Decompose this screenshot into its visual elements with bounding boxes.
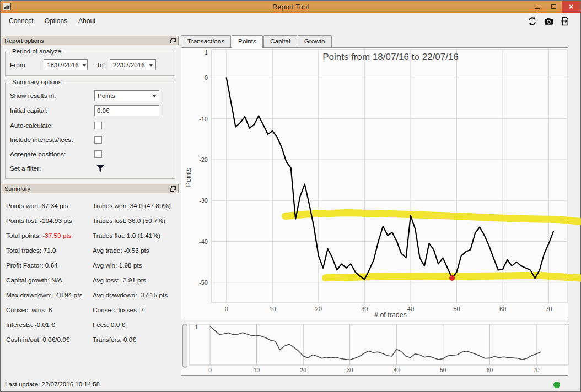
svg-text:-40: -40 xyxy=(199,238,208,245)
svg-text:20: 20 xyxy=(300,367,307,373)
to-label: To: xyxy=(96,61,110,69)
summary-stat: Cash in/out: 0.0€/0.0€ xyxy=(6,336,93,344)
set-filter-label: Set a filter: xyxy=(10,165,94,172)
camera-icon[interactable] xyxy=(544,17,553,26)
svg-text:0: 0 xyxy=(208,367,212,373)
summary-stat: Trades lost: 36.0 (50.7%) xyxy=(93,217,165,225)
export-icon[interactable] xyxy=(561,17,570,26)
to-date-select[interactable]: 22/07/2016 xyxy=(110,59,156,70)
chevron-down-icon xyxy=(149,95,157,97)
svg-text:50: 50 xyxy=(440,367,446,373)
summary-title: Summary xyxy=(4,186,30,192)
svg-text:-50: -50 xyxy=(199,279,208,286)
y-axis-title: Points xyxy=(185,165,192,189)
tab-points[interactable]: Points xyxy=(232,35,263,48)
agregate-positions-label: Agregate positions: xyxy=(10,150,94,158)
overview-chart-card: 0102030405060701 xyxy=(181,322,568,376)
include-interests-label: Include interests/fees: xyxy=(10,136,94,144)
summary-stat: Fees: 0.0 € xyxy=(93,321,125,329)
include-interests-checkbox[interactable] xyxy=(94,136,102,144)
svg-text:-20: -20 xyxy=(199,156,208,163)
range-scrollbar[interactable] xyxy=(182,324,187,368)
summary-stat: Max drawdown: -48.94 pts xyxy=(6,291,93,299)
summary-stat: Trades flat: 1.0 (1.41%) xyxy=(93,232,160,239)
svg-text:-10: -10 xyxy=(199,116,208,122)
summary-stat: Capital growth: N/A xyxy=(6,276,93,284)
summary-options-groupbox: Summary options Show results in: Points … xyxy=(5,83,175,179)
window-title: Report Tool xyxy=(1,3,580,11)
tab-growth[interactable]: Growth xyxy=(298,35,332,47)
summary-row: Profit Factor: 0.64Avg win: 1.98 pts xyxy=(6,262,179,269)
summary-stat: Avg loss: -2.91 pts xyxy=(93,276,146,284)
initial-capital-label: Initial capital: xyxy=(10,107,94,115)
chart-tabs: Transactions Points Capital Growth xyxy=(181,36,580,47)
summary-stat: Interests: -0.01 € xyxy=(6,321,93,329)
summary-stat: Transfers: 0.0€ xyxy=(93,336,136,344)
summary-stat: Profit Factor: 0.64 xyxy=(6,262,93,269)
menu-about[interactable]: About xyxy=(73,15,101,27)
x-axis-title: # of trades xyxy=(213,311,568,319)
menu-bar: Connect Options About xyxy=(1,13,580,29)
to-date-value: 22/07/2016 xyxy=(113,62,145,68)
chart-panel: Transactions Points Capital Growth Point… xyxy=(180,36,580,391)
chevron-down-icon xyxy=(146,64,153,67)
initial-capital-input[interactable]: 0.0€ xyxy=(94,105,159,116)
summary-row: Total trades: 71.0Avg trade: -0.53 pts xyxy=(6,247,179,254)
summary-row: Total points: -37.59 ptsTrades flat: 1.0… xyxy=(6,232,179,239)
svg-text:30: 30 xyxy=(347,367,353,373)
summary-stat: Points won: 67.34 pts xyxy=(6,202,93,210)
overview-line-chart[interactable]: 0102030405060701 xyxy=(181,322,569,377)
filter-icon[interactable] xyxy=(96,164,105,173)
summary-stats: Points won: 67.34 ptsTrades won: 34.0 (4… xyxy=(2,193,179,344)
summary-stat: Points lost: -104.93 pts xyxy=(6,217,93,225)
svg-text:60: 60 xyxy=(487,367,493,373)
report-options-header: Report options xyxy=(2,36,179,45)
title-bar: Report Tool × xyxy=(1,1,580,13)
show-results-label: Show results in: xyxy=(10,92,94,100)
summary-row: Max drawdown: -48.94 ptsAvg drawdown: -3… xyxy=(6,291,179,299)
summary-stat: Trades won: 34.0 (47.89%) xyxy=(93,202,171,210)
period-groupbox: Period of analyze From: 18/07/2016 To: 2… xyxy=(5,52,175,76)
svg-text:1: 1 xyxy=(195,324,198,330)
period-group-title: Period of analyze xyxy=(10,48,63,55)
summary-stat: Total points: -37.59 pts xyxy=(6,232,93,239)
tab-capital[interactable]: Capital xyxy=(263,35,297,47)
dock-icon[interactable] xyxy=(170,38,176,43)
auto-calculate-checkbox[interactable] xyxy=(94,122,102,129)
svg-text:70: 70 xyxy=(533,367,540,373)
svg-text:40: 40 xyxy=(394,367,400,373)
maximize-icon xyxy=(551,4,556,9)
auto-calculate-label: Auto-calculate: xyxy=(10,122,94,129)
close-button[interactable]: × xyxy=(562,1,580,13)
agregate-positions-checkbox[interactable] xyxy=(94,150,102,158)
summary-row: Points won: 67.34 ptsTrades won: 34.0 (4… xyxy=(6,202,179,210)
summary-stat: Consec. wins: 8 xyxy=(6,306,93,314)
tab-transactions[interactable]: Transactions xyxy=(181,35,231,47)
from-date-select[interactable]: 18/07/2016 xyxy=(44,59,88,70)
minimize-icon xyxy=(535,8,540,9)
summary-stat: Avg win: 1.98 pts xyxy=(93,262,142,269)
from-label: From: xyxy=(10,61,44,69)
maximize-button[interactable] xyxy=(545,1,562,13)
svg-text:0: 0 xyxy=(205,74,208,81)
menu-options[interactable]: Options xyxy=(39,15,73,27)
show-results-select[interactable]: Points xyxy=(94,90,159,101)
refresh-icon[interactable] xyxy=(528,17,537,26)
summary-row: Cash in/out: 0.0€/0.0€Transfers: 0.0€ xyxy=(6,336,179,344)
summary-row: Capital growth: N/AAvg loss: -2.91 pts xyxy=(6,276,179,284)
dock-icon[interactable] xyxy=(170,186,176,192)
points-chart-card: Points from 18/07/16 to 22/07/16 Points … xyxy=(181,47,568,320)
text-caret xyxy=(110,107,110,115)
minimize-button[interactable] xyxy=(529,1,545,13)
status-indicator xyxy=(553,382,560,388)
from-date-value: 18/07/2016 xyxy=(47,62,79,68)
menu-connect[interactable]: Connect xyxy=(3,15,39,27)
summary-stat: Avg trade: -0.53 pts xyxy=(93,247,149,254)
svg-text:-30: -30 xyxy=(199,197,208,204)
summary-stat: Avg drawdown: -37.15 pts xyxy=(93,291,168,299)
show-results-value: Points xyxy=(98,92,115,99)
summary-row: Points lost: -104.93 ptsTrades lost: 36.… xyxy=(6,217,179,225)
toolbar xyxy=(528,17,570,26)
svg-text:1: 1 xyxy=(205,49,208,56)
summary-stat: Consec. losses: 7 xyxy=(93,306,144,314)
